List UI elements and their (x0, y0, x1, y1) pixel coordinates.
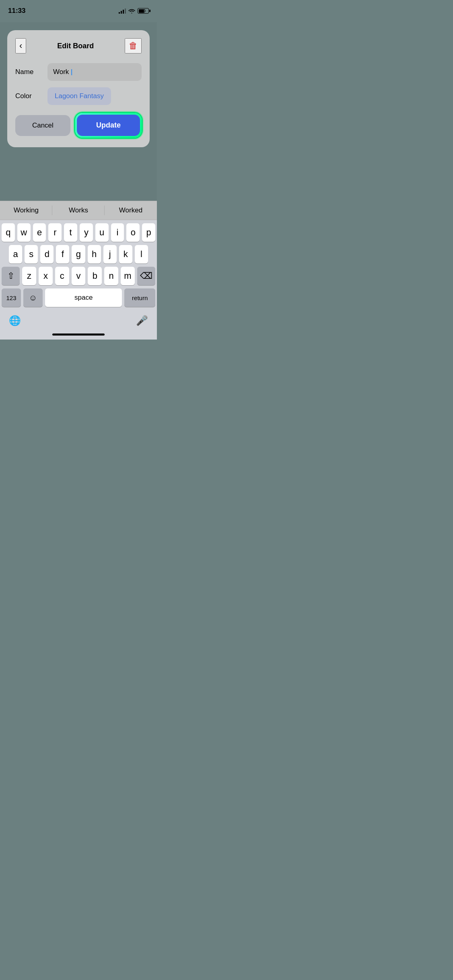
key-k[interactable]: k (119, 245, 132, 264)
key-a[interactable]: a (9, 245, 22, 264)
name-row: Name Work (15, 63, 142, 81)
cancel-button[interactable]: Cancel (15, 115, 70, 136)
key-e[interactable]: e (33, 223, 46, 242)
keyboard: q w e r t y u i o p a s d f g h j k l ⇧ … (0, 220, 157, 340)
key-v[interactable]: v (72, 267, 86, 285)
key-l[interactable]: l (135, 245, 148, 264)
backspace-key[interactable]: ⌫ (137, 267, 155, 285)
autocomplete-works[interactable]: Works (52, 202, 105, 218)
color-picker[interactable]: Lagoon Fantasy (47, 87, 111, 105)
key-i[interactable]: i (111, 223, 124, 242)
microphone-icon[interactable]: 🎤 (130, 312, 154, 329)
edit-board-modal: ‹ Edit Board 🗑 Name Work Color Lagoon Fa… (7, 30, 150, 147)
key-h[interactable]: h (88, 245, 101, 264)
key-d[interactable]: d (40, 245, 54, 264)
key-m[interactable]: m (121, 267, 135, 285)
delete-button[interactable]: 🗑 (125, 38, 142, 54)
autocomplete-worked[interactable]: Worked (105, 202, 157, 218)
key-j[interactable]: j (103, 245, 117, 264)
modal-header: ‹ Edit Board 🗑 (15, 38, 142, 54)
key-w[interactable]: w (17, 223, 31, 242)
key-n[interactable]: n (104, 267, 118, 285)
key-f[interactable]: f (56, 245, 69, 264)
return-key[interactable]: return (124, 288, 155, 307)
keyboard-row-1: q w e r t y u i o p (2, 223, 155, 242)
key-p[interactable]: p (142, 223, 155, 242)
key-q[interactable]: q (2, 223, 15, 242)
globe-icon[interactable]: 🌐 (3, 312, 27, 329)
status-bar: 11:33 60 (0, 0, 157, 19)
key-y[interactable]: y (80, 223, 93, 242)
autocomplete-working[interactable]: Working (0, 202, 52, 218)
keyboard-row-3: ⇧ z x c v b n m ⌫ (2, 267, 155, 285)
key-g[interactable]: g (72, 245, 85, 264)
keyboard-row-4: 123 ☺ space return (2, 288, 155, 307)
modal-title: Edit Board (26, 42, 125, 50)
key-b[interactable]: b (88, 267, 102, 285)
shift-key[interactable]: ⇧ (2, 267, 20, 285)
color-label: Color (15, 92, 47, 100)
color-row: Color Lagoon Fantasy (15, 87, 142, 105)
buttons-row: Cancel Update (15, 113, 142, 138)
status-icons: 60 (119, 8, 149, 14)
back-button[interactable]: ‹ (15, 38, 26, 54)
autocomplete-bar: Working Works Worked (0, 201, 157, 220)
emoji-key[interactable]: ☺ (23, 288, 43, 307)
key-x[interactable]: x (39, 267, 53, 285)
key-o[interactable]: o (126, 223, 140, 242)
key-t[interactable]: t (64, 223, 77, 242)
trash-icon: 🗑 (129, 41, 138, 51)
wifi-icon (128, 8, 135, 14)
space-key[interactable]: space (45, 288, 122, 307)
key-r[interactable]: r (48, 223, 62, 242)
status-time: 11:33 (8, 7, 25, 15)
numbers-key[interactable]: 123 (2, 288, 21, 307)
signal-icon (119, 8, 126, 14)
name-label: Name (15, 68, 47, 76)
key-z[interactable]: z (22, 267, 36, 285)
update-button-wrapper: Update (75, 113, 142, 138)
battery-icon: 60 (138, 8, 149, 14)
keyboard-row-2: a s d f g h j k l (2, 245, 155, 264)
key-u[interactable]: u (95, 223, 109, 242)
name-input[interactable]: Work (47, 63, 142, 81)
keyboard-bottom: 🌐 🎤 (2, 310, 155, 331)
home-indicator (52, 334, 105, 336)
key-s[interactable]: s (25, 245, 38, 264)
update-button[interactable]: Update (77, 115, 140, 136)
key-c[interactable]: c (55, 267, 69, 285)
